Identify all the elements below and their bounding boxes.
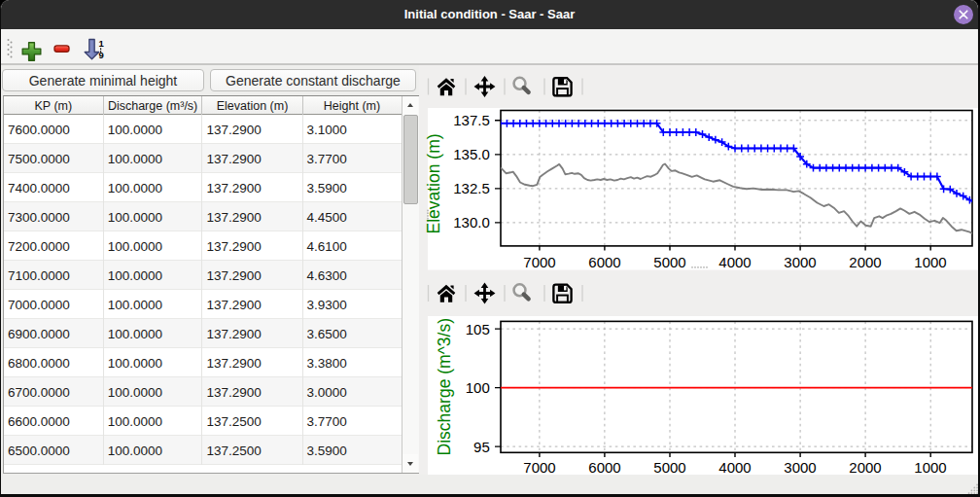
svg-text:Discharge (m^3/s): Discharge (m^3/s) [435, 318, 454, 455]
svg-text:2000: 2000 [849, 459, 881, 476]
svg-text:1000: 1000 [914, 459, 946, 476]
svg-text:135.0: 135.0 [453, 146, 490, 162]
svg-text:3000: 3000 [784, 459, 816, 476]
svg-text:7000: 7000 [523, 254, 555, 270]
svg-text:4000: 4000 [718, 459, 751, 476]
svg-text:3000: 3000 [784, 254, 816, 270]
svg-text:95: 95 [473, 439, 490, 455]
svg-text:Elevation (m): Elevation (m) [424, 133, 443, 233]
svg-text:130.0: 130.0 [453, 214, 490, 231]
svg-text:137.5: 137.5 [453, 112, 490, 128]
svg-text:100: 100 [466, 379, 490, 396]
svg-text:1000: 1000 [914, 254, 946, 270]
svg-text:5000: 5000 [653, 459, 685, 476]
svg-text:4000: 4000 [718, 254, 751, 270]
svg-text:7000: 7000 [523, 459, 555, 476]
svg-text:6000: 6000 [588, 459, 620, 476]
svg-text:5000: 5000 [653, 254, 685, 270]
svg-text:2000: 2000 [849, 254, 881, 270]
svg-text:105: 105 [466, 321, 490, 337]
svg-text:132.5: 132.5 [453, 180, 490, 196]
svg-text:6000: 6000 [588, 254, 620, 270]
